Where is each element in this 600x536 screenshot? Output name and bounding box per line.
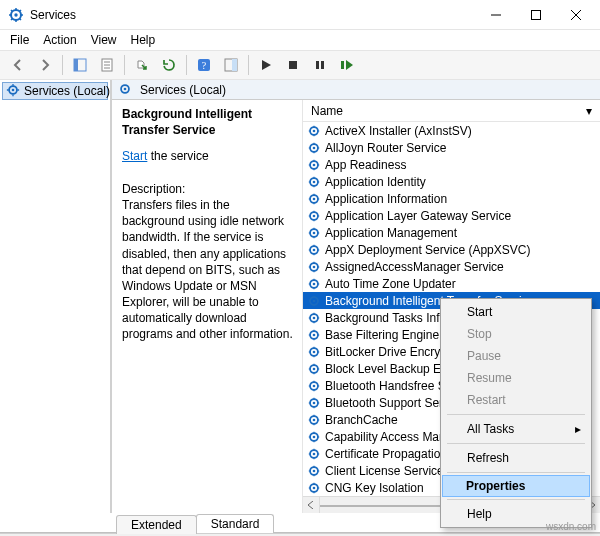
service-gear-icon	[307, 464, 321, 478]
chevron-down-icon: ▾	[586, 104, 592, 118]
nav-back-button[interactable]	[6, 54, 30, 76]
context-refresh[interactable]: Refresh	[443, 447, 589, 469]
context-menu: Start Stop Pause Resume Restart All Task…	[440, 298, 592, 528]
action-pane-button[interactable]	[219, 54, 243, 76]
service-name: Application Identity	[325, 175, 426, 189]
help-button[interactable]: ?	[192, 54, 216, 76]
window-title: Services	[30, 8, 476, 22]
svg-point-27	[313, 197, 316, 200]
service-name: Application Management	[325, 226, 457, 240]
service-restart-button[interactable]	[335, 54, 359, 76]
service-name: AssignedAccessManager Service	[325, 260, 504, 274]
context-properties[interactable]: Properties	[442, 475, 590, 497]
svg-point-17	[124, 87, 127, 90]
service-info-panel: Background Intelligent Transfer Service …	[114, 100, 302, 513]
menu-view[interactable]: View	[91, 33, 117, 47]
context-all-tasks[interactable]: All Tasks ▸	[443, 418, 589, 440]
toolbar: ?	[0, 50, 600, 80]
service-name: ActiveX Installer (AxInstSV)	[325, 124, 472, 138]
svg-text:?: ?	[202, 60, 207, 71]
service-name: Application Information	[325, 192, 447, 206]
toolbar-separator	[186, 55, 187, 75]
context-start[interactable]: Start	[443, 301, 589, 323]
toolbar-separator	[248, 55, 249, 75]
service-gear-icon	[307, 413, 321, 427]
service-row[interactable]: App Readiness	[303, 156, 600, 173]
service-gear-icon	[307, 260, 321, 274]
svg-rect-2	[532, 10, 541, 19]
svg-rect-13	[341, 61, 344, 69]
column-header-row[interactable]: Name ▾	[303, 100, 600, 122]
minimize-button[interactable]	[476, 0, 516, 30]
menu-help[interactable]: Help	[131, 33, 156, 47]
description-label: Description:	[122, 181, 294, 197]
refresh-button[interactable]	[157, 54, 181, 76]
close-button[interactable]	[556, 0, 596, 30]
service-row[interactable]: Application Layer Gateway Service	[303, 207, 600, 224]
service-gear-icon	[307, 328, 321, 342]
service-row[interactable]: Application Management	[303, 224, 600, 241]
service-row[interactable]: Application Information	[303, 190, 600, 207]
service-gear-icon	[307, 379, 321, 393]
context-separator	[447, 414, 585, 415]
scroll-left-button[interactable]	[303, 497, 320, 513]
service-gear-icon	[307, 396, 321, 410]
show-hide-tree-button[interactable]	[68, 54, 92, 76]
services-app-icon	[8, 7, 24, 23]
service-gear-icon	[307, 209, 321, 223]
context-resume[interactable]: Resume	[443, 367, 589, 389]
context-restart[interactable]: Restart	[443, 389, 589, 411]
toolbar-separator	[124, 55, 125, 75]
service-gear-icon	[307, 175, 321, 189]
service-row[interactable]: AppX Deployment Service (AppXSVC)	[303, 241, 600, 258]
service-gear-icon	[307, 311, 321, 325]
menu-file[interactable]: File	[10, 33, 29, 47]
maximize-button[interactable]	[516, 0, 556, 30]
svg-point-23	[313, 163, 316, 166]
service-row[interactable]: Auto Time Zone Updater	[303, 275, 600, 292]
tab-standard[interactable]: Standard	[196, 514, 275, 533]
svg-point-31	[313, 231, 316, 234]
context-separator	[447, 472, 585, 473]
svg-point-45	[313, 350, 316, 353]
context-all-tasks-label: All Tasks	[467, 422, 514, 436]
svg-point-59	[313, 469, 316, 472]
service-gear-icon	[307, 481, 321, 495]
tree-root-item[interactable]: Services (Local)	[2, 82, 108, 100]
properties-button[interactable]	[95, 54, 119, 76]
service-name: CNG Key Isolation	[325, 481, 424, 495]
service-name: AllJoyn Router Service	[325, 141, 446, 155]
export-list-button[interactable]	[130, 54, 154, 76]
console-tree[interactable]: Services (Local)	[0, 80, 112, 513]
service-gear-icon	[307, 226, 321, 240]
service-stop-button[interactable]	[281, 54, 305, 76]
svg-point-21	[313, 146, 316, 149]
svg-point-49	[313, 384, 316, 387]
service-row[interactable]: AllJoyn Router Service	[303, 139, 600, 156]
nav-forward-button[interactable]	[33, 54, 57, 76]
start-service-link[interactable]: Start	[122, 149, 147, 163]
svg-point-1	[14, 13, 17, 16]
service-row[interactable]: AssignedAccessManager Service	[303, 258, 600, 275]
column-name-header[interactable]: Name	[311, 104, 586, 118]
context-pause[interactable]: Pause	[443, 345, 589, 367]
service-row[interactable]: Application Identity	[303, 173, 600, 190]
service-start-button[interactable]	[254, 54, 278, 76]
service-name: Base Filtering Engine	[325, 328, 439, 342]
service-pause-button[interactable]	[308, 54, 332, 76]
service-gear-icon	[307, 141, 321, 155]
svg-point-51	[313, 401, 316, 404]
titlebar: Services	[0, 0, 600, 30]
service-gear-icon	[307, 430, 321, 444]
start-service-suffix: the service	[147, 149, 208, 163]
tab-extended[interactable]: Extended	[116, 515, 197, 534]
service-row[interactable]: ActiveX Installer (AxInstSV)	[303, 122, 600, 139]
location-header: Services (Local)	[112, 80, 600, 100]
location-title: Services (Local)	[140, 83, 226, 97]
svg-point-15	[12, 88, 15, 91]
service-name: Certificate Propagation	[325, 447, 447, 461]
service-gear-icon	[307, 124, 321, 138]
context-stop[interactable]: Stop	[443, 323, 589, 345]
menu-action[interactable]: Action	[43, 33, 76, 47]
service-gear-icon	[307, 294, 321, 308]
